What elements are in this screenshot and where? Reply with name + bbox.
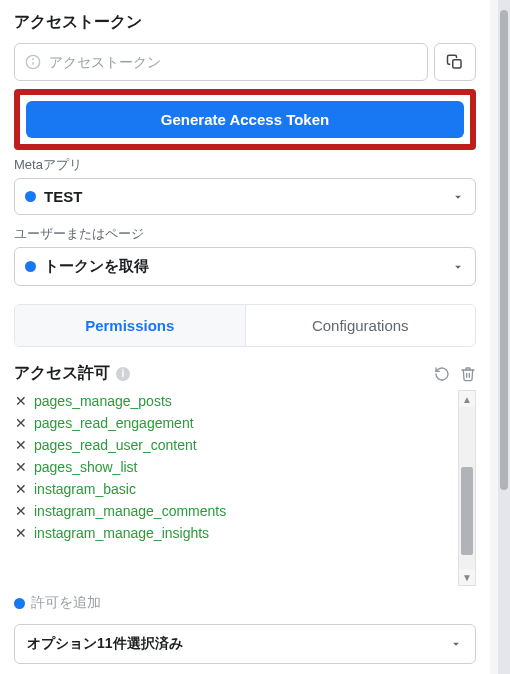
chevron-down-icon <box>451 190 465 204</box>
permission-item: ✕instagram_basic <box>14 478 456 500</box>
tab-permissions[interactable]: Permissions <box>15 305 246 346</box>
page-scrollbar[interactable] <box>498 0 510 674</box>
meta-app-value: TEST <box>44 188 443 205</box>
permission-item: ✕pages_manage_posts <box>14 390 456 412</box>
permission-item: ✕pages_read_engagement <box>14 412 456 434</box>
permission-item: ✕instagram_manage_insights <box>14 522 456 544</box>
scroll-thumb[interactable] <box>461 467 473 555</box>
chevron-down-icon <box>451 260 465 274</box>
options-select[interactable]: オプション11件選択済み <box>14 624 476 664</box>
scroll-thumb[interactable] <box>500 10 508 490</box>
user-page-label: ユーザーまたはページ <box>14 225 476 243</box>
permission-name: instagram_manage_insights <box>34 525 209 541</box>
status-dot-icon <box>25 191 36 202</box>
remove-permission-button[interactable]: ✕ <box>14 415 28 431</box>
info-icon: i <box>116 367 130 381</box>
user-page-value: トークンを取得 <box>44 257 443 276</box>
remove-permission-button[interactable]: ✕ <box>14 525 28 541</box>
remove-permission-button[interactable]: ✕ <box>14 437 28 453</box>
access-token-input[interactable] <box>49 54 417 70</box>
remove-permission-button[interactable]: ✕ <box>14 393 28 409</box>
meta-app-select[interactable]: TEST <box>14 178 476 215</box>
tab-configurations[interactable]: Configurations <box>246 305 476 346</box>
chevron-down-icon <box>449 637 463 651</box>
tabs: Permissions Configurations <box>14 304 476 347</box>
remove-permission-button[interactable]: ✕ <box>14 481 28 497</box>
options-select-label: オプション11件選択済み <box>27 635 183 653</box>
permission-name: pages_manage_posts <box>34 393 172 409</box>
undo-button[interactable] <box>434 366 450 382</box>
permissions-scrollbar[interactable]: ▲ ▼ <box>458 390 476 586</box>
svg-rect-3 <box>453 60 461 68</box>
scroll-up-icon[interactable]: ▲ <box>459 391 475 407</box>
token-input-container <box>14 43 428 81</box>
permission-name: pages_read_user_content <box>34 437 197 453</box>
copy-icon <box>446 53 464 71</box>
remove-permission-button[interactable]: ✕ <box>14 459 28 475</box>
permission-name: pages_read_engagement <box>34 415 194 431</box>
permission-item: ✕pages_read_user_content <box>14 434 456 456</box>
info-icon <box>25 54 41 70</box>
remove-permission-button[interactable]: ✕ <box>14 503 28 519</box>
permissions-title: アクセス許可 <box>14 363 110 384</box>
meta-app-label: Metaアプリ <box>14 156 476 174</box>
permission-item: ✕pages_show_list <box>14 456 456 478</box>
status-dot-icon <box>25 261 36 272</box>
status-dot-icon <box>14 598 25 609</box>
section-title: アクセストークン <box>14 12 476 33</box>
permission-name: instagram_basic <box>34 481 136 497</box>
generate-access-token-button[interactable]: Generate Access Token <box>26 101 464 138</box>
scroll-down-icon[interactable]: ▼ <box>459 569 475 585</box>
permission-name: pages_show_list <box>34 459 138 475</box>
permission-item: ✕instagram_manage_comments <box>14 500 456 522</box>
permission-name: instagram_manage_comments <box>34 503 226 519</box>
highlight-box: Generate Access Token <box>14 89 476 150</box>
copy-button[interactable] <box>434 43 476 81</box>
add-permission-input[interactable]: 許可を追加 <box>31 594 101 612</box>
svg-point-2 <box>33 59 34 60</box>
trash-button[interactable] <box>460 366 476 382</box>
user-page-select[interactable]: トークンを取得 <box>14 247 476 286</box>
